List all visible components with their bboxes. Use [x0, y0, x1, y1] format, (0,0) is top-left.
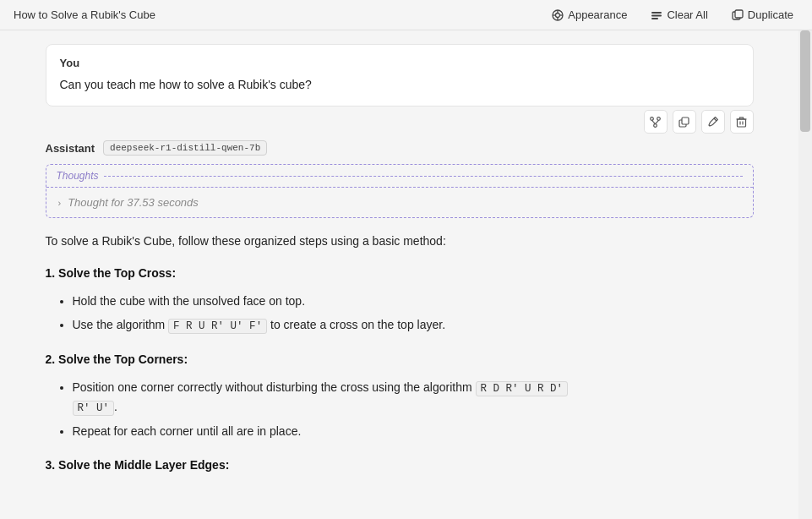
clear-all-icon	[651, 9, 662, 21]
bullet-text: Position one corner correctly without di…	[73, 380, 569, 413]
section-1: 1. Solve the Top Cross: Hold the cube wi…	[46, 264, 754, 335]
bullet-item: Hold the cube with the unsolved face on …	[73, 292, 754, 310]
duplicate-button[interactable]: Duplicate	[727, 5, 798, 25]
scrollbar-thumb[interactable]	[800, 30, 810, 132]
section-1-title: Solve the Top Cross:	[58, 266, 176, 280]
scrollbar[interactable]	[798, 30, 812, 519]
assistant-header: Assistant deepseek-r1-distill-qwen-7b	[46, 140, 754, 156]
section-2-number: 2.	[46, 352, 59, 366]
thoughts-box: Thoughts › Thought for 37.53 seconds	[46, 164, 754, 218]
svg-point-11	[651, 117, 654, 120]
svg-rect-8	[651, 18, 658, 19]
algorithm-code-2: R' U'	[73, 401, 115, 416]
section-3: 3. Solve the Middle Layer Edges:	[46, 456, 754, 474]
bullet-text: Repeat for each corner until all are in …	[73, 424, 302, 438]
response-content: To solve a Rubik's Cube, follow these or…	[46, 232, 754, 474]
chat-area: You Can you teach me how to solve a Rubi…	[0, 30, 798, 519]
thoughts-label: Thoughts	[57, 170, 99, 182]
svg-rect-19	[738, 119, 746, 127]
thoughts-content[interactable]: › Thought for 37.53 seconds	[46, 188, 753, 217]
assistant-role-label: Assistant	[46, 142, 95, 155]
section-3-number: 3.	[46, 458, 59, 472]
section-2-title: Solve the Top Corners:	[58, 352, 188, 366]
duplicate-label: Duplicate	[748, 8, 793, 21]
section-2-heading: 2. Solve the Top Corners:	[46, 350, 754, 369]
thoughts-chevron-icon[interactable]: ›	[58, 198, 62, 208]
section-3-heading: 3. Solve the Middle Layer Edges:	[46, 456, 754, 474]
algorithm-code: R D R' U R D'	[476, 381, 569, 396]
response-intro: To solve a Rubik's Cube, follow these or…	[46, 232, 754, 250]
bullet-item: Repeat for each corner until all are in …	[73, 422, 754, 440]
appearance-label: Appearance	[568, 8, 627, 21]
section-3-title: Solve the Middle Layer Edges:	[58, 458, 229, 472]
page-title: How to Solve a Rubik's Cube	[14, 8, 155, 21]
user-role-label: You	[60, 57, 739, 69]
message-actions	[46, 110, 754, 134]
svg-rect-10	[735, 10, 743, 18]
appearance-button[interactable]: Appearance	[547, 5, 632, 25]
thoughts-duration: Thought for 37.53 seconds	[68, 196, 199, 209]
main-content: You Can you teach me how to solve a Rubi…	[0, 30, 812, 519]
user-message: You Can you teach me how to solve a Rubi…	[46, 44, 754, 107]
thoughts-header: Thoughts	[46, 165, 753, 188]
svg-line-15	[656, 120, 659, 123]
bullet-text: Hold the cube with the unsolved face on …	[73, 294, 306, 308]
algorithm-code: F R U R' U' F'	[168, 319, 267, 334]
bullet-text: Use the algorithm F R U R' U' F' to crea…	[73, 318, 446, 331]
copy-button[interactable]	[673, 110, 696, 134]
section-2: 2. Solve the Top Corners: Position one c…	[46, 350, 754, 440]
svg-point-12	[657, 117, 661, 120]
appearance-icon	[552, 9, 564, 21]
svg-line-14	[652, 120, 656, 123]
section-1-number: 1.	[46, 266, 59, 280]
assistant-message-container: Assistant deepseek-r1-distill-qwen-7b Th…	[32, 140, 767, 474]
user-message-container: You Can you teach me how to solve a Rubi…	[32, 44, 767, 134]
clear-all-button[interactable]: Clear All	[646, 5, 712, 25]
section-1-heading: 1. Solve the Top Cross:	[46, 264, 754, 282]
svg-line-18	[714, 118, 717, 121]
model-badge: deepseek-r1-distill-qwen-7b	[103, 140, 267, 156]
edit-button[interactable]	[701, 110, 725, 134]
section-1-bullets: Hold the cube with the unsolved face on …	[46, 292, 754, 335]
top-bar-actions: Appearance Clear All Duplicate	[547, 5, 798, 25]
branch-button[interactable]	[644, 110, 668, 134]
clear-all-label: Clear All	[667, 8, 707, 21]
top-bar: How to Solve a Rubik's Cube Appearance	[0, 0, 812, 30]
duplicate-icon	[732, 9, 744, 21]
svg-point-1	[556, 13, 560, 17]
thoughts-dashes	[104, 176, 743, 177]
bullet-item: Use the algorithm F R U R' U' F' to crea…	[73, 315, 754, 335]
svg-rect-7	[651, 14, 662, 16]
svg-point-13	[654, 123, 657, 127]
section-2-bullets: Position one corner correctly without di…	[46, 378, 754, 440]
delete-button[interactable]	[730, 110, 754, 134]
user-text: Can you teach me how to solve a Rubik's …	[60, 76, 739, 94]
svg-rect-6	[651, 12, 662, 14]
bullet-item: Position one corner correctly without di…	[73, 378, 754, 417]
svg-rect-17	[682, 117, 689, 124]
